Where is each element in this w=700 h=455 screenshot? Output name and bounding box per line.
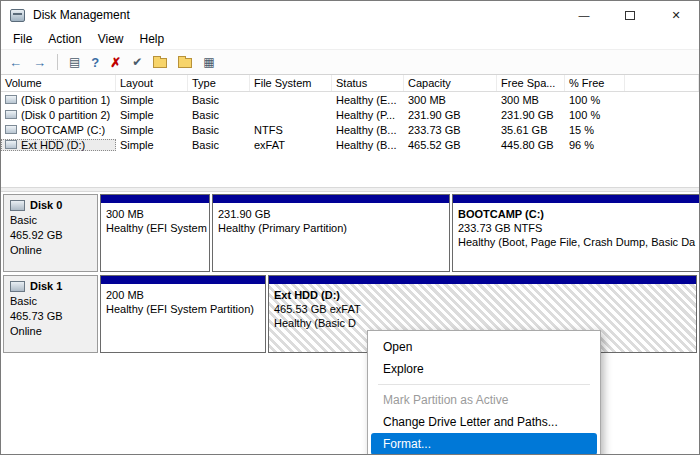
column-header-filesystem[interactable]: File System: [250, 75, 332, 91]
window-controls: — ✕: [561, 1, 699, 29]
disk-1-header[interactable]: Disk 1 Basic 465.73 GB Online: [3, 275, 98, 353]
back-icon[interactable]: ←: [9, 56, 22, 69]
volume-name: (Disk 0 partition 2): [21, 109, 110, 121]
properties-check-icon[interactable]: ✔: [132, 56, 142, 68]
partition-name: BOOTCAMP (C:): [458, 207, 695, 221]
explore-folder-icon[interactable]: [178, 58, 192, 68]
volume-name: (Disk 0 partition 1): [21, 94, 110, 106]
partition-disk0-primary[interactable]: 231.90 GB Healthy (Primary Partition): [212, 194, 450, 272]
column-header-layout[interactable]: Layout: [116, 75, 188, 91]
close-icon: ✕: [671, 9, 680, 22]
delete-volume-icon[interactable]: ✗: [110, 56, 121, 69]
partition-color-strip: [213, 195, 449, 203]
partition-size: 300 MB: [106, 207, 204, 221]
volume-capacity: 300 MB: [404, 94, 497, 106]
context-menu-mark-partition-active: Mark Partition as Active: [371, 389, 597, 411]
partition-size: 200 MB: [106, 288, 260, 302]
window-title: Disk Management: [33, 8, 130, 22]
view-icon[interactable]: ▦: [203, 56, 214, 68]
partition-size: 465.53 GB exFAT: [274, 302, 691, 316]
volume-pctfree: 96 %: [565, 139, 625, 151]
disk-status: Online: [10, 325, 91, 337]
help-icon[interactable]: ?: [91, 56, 99, 69]
toolbar: ← → ▤ ? ✗ ✔ ▦: [1, 49, 699, 75]
partition-color-strip: [101, 276, 265, 284]
column-header-pctfree[interactable]: % Free: [565, 75, 625, 91]
partition-status: Healthy (Boot, Page File, Crash Dump, Ba…: [458, 235, 695, 249]
partition-size: 233.73 GB NTFS: [458, 221, 695, 235]
column-header-filler: [625, 75, 699, 91]
volume-icon: [5, 140, 17, 149]
context-menu-format[interactable]: Format...: [371, 433, 597, 455]
partition-color-strip: [269, 276, 696, 284]
volume-name: BOOTCAMP (C:): [21, 124, 105, 136]
maximize-icon: [625, 11, 635, 20]
volume-row-disk0-partition2[interactable]: (Disk 0 partition 2) Simple Basic Health…: [1, 107, 699, 122]
app-icon: [10, 9, 25, 22]
menu-view[interactable]: View: [90, 30, 132, 48]
volume-row-ext-hdd[interactable]: Ext HDD (D:) Simple Basic exFAT Healthy …: [1, 137, 699, 152]
open-folder-icon[interactable]: [153, 58, 167, 68]
volume-capacity: 233.73 GB: [404, 124, 497, 136]
partition-disk0-efi[interactable]: 300 MB Healthy (EFI System: [100, 194, 210, 272]
volume-pctfree: 100 %: [565, 109, 625, 121]
partition-status: Healthy (EFI System Partition): [106, 302, 260, 316]
volume-list-header: Volume Layout Type File System Status Ca…: [1, 75, 699, 92]
disk-management-window: Disk Management — ✕ File Action View Hel…: [0, 0, 700, 455]
volume-icon: [5, 95, 17, 104]
volume-pctfree: 100 %: [565, 94, 625, 106]
disk-0-partitions: 300 MB Healthy (EFI System 231.90 GB Hea…: [98, 194, 700, 272]
disk-0-header[interactable]: Disk 0 Basic 465.92 GB Online: [3, 194, 98, 272]
volume-row-bootcamp[interactable]: BOOTCAMP (C:) Simple Basic NTFS Healthy …: [1, 122, 699, 137]
partition-name: Ext HDD (D:): [274, 288, 691, 302]
maximize-button[interactable]: [607, 1, 653, 29]
volume-type: Basic: [188, 109, 250, 121]
titlebar: Disk Management — ✕: [1, 1, 699, 29]
column-header-status[interactable]: Status: [332, 75, 404, 91]
partition-disk1-efi[interactable]: 200 MB Healthy (EFI System Partition): [100, 275, 266, 353]
minimize-button[interactable]: —: [561, 1, 607, 29]
volume-type: Basic: [188, 139, 250, 151]
volume-status: Healthy (P...: [332, 109, 404, 121]
volume-layout: Simple: [116, 124, 188, 136]
disk-size: 465.73 GB: [10, 310, 91, 322]
disk-status: Online: [10, 244, 91, 256]
volume-type: Basic: [188, 94, 250, 106]
volume-capacity: 465.52 GB: [404, 139, 497, 151]
volume-icon: [5, 125, 17, 134]
menu-help[interactable]: Help: [132, 30, 173, 48]
partition-status: Healthy (Basic D: [274, 316, 691, 330]
context-menu-open[interactable]: Open: [371, 336, 597, 358]
context-menu-change-drive-letter[interactable]: Change Drive Letter and Paths...: [371, 411, 597, 433]
disk-0-row: Disk 0 Basic 465.92 GB Online 300 MB Hea…: [3, 194, 697, 272]
volume-filesystem: NTFS: [250, 124, 332, 136]
disk-icon: [10, 281, 25, 292]
minimize-icon: —: [579, 9, 590, 21]
forward-icon[interactable]: →: [33, 56, 46, 69]
menu-file[interactable]: File: [5, 30, 40, 48]
menu-action[interactable]: Action: [40, 30, 89, 48]
disk-size: 465.92 GB: [10, 229, 91, 241]
volume-freespace: 300 MB: [497, 94, 565, 106]
volume-pctfree: 15 %: [565, 124, 625, 136]
close-button[interactable]: ✕: [653, 1, 699, 29]
volume-layout: Simple: [116, 94, 188, 106]
partition-context-menu: Open Explore Mark Partition as Active Ch…: [367, 330, 601, 455]
volume-status: Healthy (B...: [332, 124, 404, 136]
column-header-volume[interactable]: Volume: [1, 75, 116, 91]
volume-type: Basic: [188, 124, 250, 136]
partition-status: Healthy (Primary Partition): [218, 221, 444, 235]
disk-icon: [10, 200, 25, 211]
volume-layout: Simple: [116, 139, 188, 151]
context-menu-explore[interactable]: Explore: [371, 358, 597, 380]
volume-freespace: 445.80 GB: [497, 139, 565, 151]
column-header-type[interactable]: Type: [188, 75, 250, 91]
column-header-capacity[interactable]: Capacity: [404, 75, 497, 91]
partition-bootcamp[interactable]: BOOTCAMP (C:) 233.73 GB NTFS Healthy (Bo…: [452, 194, 700, 272]
volume-name: Ext HDD (D:): [21, 139, 85, 151]
column-header-freespace[interactable]: Free Spa...: [497, 75, 565, 91]
console-tree-icon[interactable]: ▤: [69, 56, 80, 68]
volume-icon: [5, 110, 17, 119]
volume-row-disk0-partition1[interactable]: (Disk 0 partition 1) Simple Basic Health…: [1, 92, 699, 107]
partition-color-strip: [101, 195, 209, 203]
